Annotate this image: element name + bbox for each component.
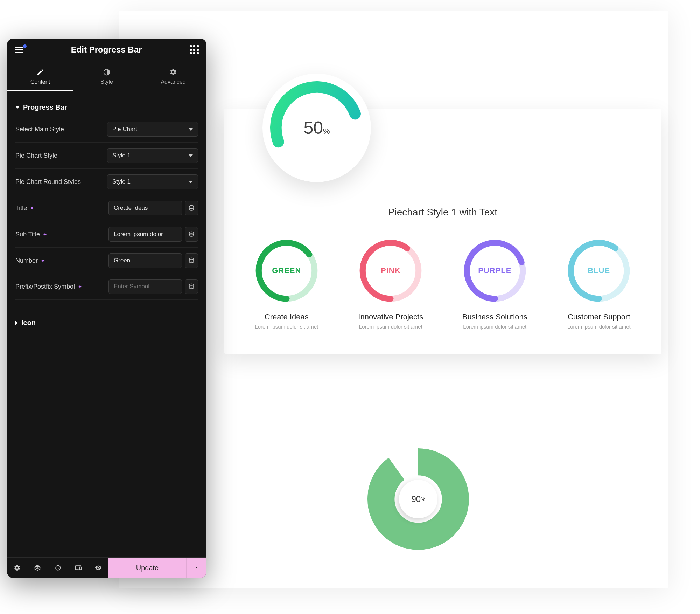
ring-subtitle: Lorem ipsum dolor sit amet <box>551 324 648 330</box>
database-icon <box>188 231 195 237</box>
tab-style-label: Style <box>100 79 113 85</box>
label-pie-style: Pie Chart Style <box>15 152 104 159</box>
section-icon[interactable]: Icon <box>15 314 198 332</box>
donut-chart: 90% <box>368 448 469 550</box>
chevron-right-icon <box>15 321 18 325</box>
label-title: Title✦ <box>15 205 105 212</box>
section-progress-label: Progress Bar <box>23 103 67 111</box>
row-round-styles: Pie Chart Round Styles Style 1 <box>15 169 198 195</box>
panel-body: Progress Bar Select Main Style Pie Chart… <box>7 91 206 557</box>
chevron-down-icon <box>189 154 193 157</box>
chevron-down-icon <box>189 128 193 131</box>
editor-header: Edit Progress Bar <box>7 39 206 61</box>
history-icon <box>54 564 61 571</box>
input-number[interactable] <box>108 253 182 268</box>
donut-value: 90 <box>411 494 421 504</box>
chevron-up-icon <box>194 565 200 571</box>
svg-point-14 <box>189 284 194 286</box>
big-ring-label: 50% <box>303 118 330 138</box>
ring-title: Business Solutions <box>446 312 544 322</box>
select-round-styles-value: Style 1 <box>112 178 131 185</box>
contrast-icon <box>103 68 111 76</box>
svg-point-12 <box>189 232 194 234</box>
update-label: Update <box>136 564 159 572</box>
ring-wrap: PINK <box>357 237 424 304</box>
gear-icon <box>14 564 21 571</box>
label-symbol: Prefix/Postfix Symbol✦ <box>15 283 105 290</box>
sparkle-icon: ✦ <box>43 231 47 238</box>
label-main-style: Select Main Style <box>15 126 104 133</box>
section-icon-label: Icon <box>21 319 36 327</box>
input-symbol[interactable] <box>108 279 182 294</box>
ring-title: Innovative Projects <box>342 312 440 322</box>
gear-icon <box>169 68 177 76</box>
ring-wrap: BLUE <box>566 237 632 304</box>
dynamic-tag-button[interactable] <box>185 279 198 294</box>
ring-title: Customer Support <box>551 312 648 322</box>
preview-heading: Piechart Style 1 with Text <box>238 207 648 218</box>
big-ring-suffix: % <box>323 127 330 136</box>
select-pie-style[interactable]: Style 1 <box>107 148 198 163</box>
ring-center-label: GREEN <box>253 237 320 304</box>
tab-content-label: Content <box>30 79 50 85</box>
update-button[interactable]: Update <box>108 558 186 578</box>
select-main-style[interactable]: Pie Chart <box>107 122 198 137</box>
apps-grid-icon[interactable] <box>190 45 199 54</box>
big-ring-value: 50 <box>303 118 323 138</box>
input-title[interactable] <box>108 201 182 215</box>
ring-item: PURPLE Business Solutions Lorem ipsum do… <box>446 237 544 330</box>
label-round-styles: Pie Chart Round Styles <box>15 178 104 186</box>
eye-icon <box>95 564 102 571</box>
menu-icon[interactable] <box>15 47 23 53</box>
tab-advanced-label: Advanced <box>161 79 186 85</box>
pencil-icon <box>36 68 44 76</box>
ring-wrap: PURPLE <box>462 237 528 304</box>
ring-title: Create Ideas <box>238 312 335 322</box>
ring-item: BLUE Customer Support Lorem ipsum dolor … <box>551 237 648 330</box>
devices-icon <box>75 564 82 571</box>
editor-title: Edit Progress Bar <box>71 45 142 55</box>
update-options-button[interactable] <box>186 558 206 578</box>
editor-panel: Edit Progress Bar Content Style Advanced… <box>7 39 206 578</box>
dynamic-tag-button[interactable] <box>185 227 198 242</box>
ring-center-label: BLUE <box>566 237 632 304</box>
chevron-down-icon <box>15 106 20 109</box>
editor-tabs: Content Style Advanced <box>7 61 206 91</box>
settings-button[interactable] <box>7 558 27 578</box>
ring-item: GREEN Create Ideas Lorem ipsum dolor sit… <box>238 237 335 330</box>
sparkle-icon: ✦ <box>30 205 34 212</box>
chevron-down-icon <box>189 181 193 183</box>
ring-row: GREEN Create Ideas Lorem ipsum dolor sit… <box>238 237 648 330</box>
preview-button[interactable] <box>88 558 108 578</box>
row-subtitle: Sub Title✦ <box>15 221 198 248</box>
svg-point-11 <box>189 206 194 207</box>
sparkle-icon: ✦ <box>41 257 45 264</box>
responsive-button[interactable] <box>68 558 88 578</box>
select-round-styles[interactable]: Style 1 <box>107 174 198 189</box>
svg-point-13 <box>189 258 194 260</box>
row-symbol: Prefix/Postfix Symbol✦ <box>15 274 198 300</box>
label-subtitle: Sub Title✦ <box>15 231 105 238</box>
section-progress-bar[interactable]: Progress Bar <box>15 98 198 116</box>
database-icon <box>188 205 195 211</box>
input-subtitle[interactable] <box>108 227 182 242</box>
database-icon <box>188 283 195 290</box>
tab-style[interactable]: Style <box>74 61 140 91</box>
ring-subtitle: Lorem ipsum dolor sit amet <box>238 324 335 330</box>
row-title: Title✦ <box>15 195 198 221</box>
label-number: Number✦ <box>15 257 105 264</box>
donut-center-label: 90% <box>399 480 438 518</box>
row-number: Number✦ <box>15 248 198 274</box>
dynamic-tag-button[interactable] <box>185 253 198 268</box>
tab-content[interactable]: Content <box>7 61 74 91</box>
ring-center-label: PURPLE <box>462 237 528 304</box>
row-main-style: Select Main Style Pie Chart <box>15 116 198 143</box>
history-button[interactable] <box>48 558 68 578</box>
navigator-button[interactable] <box>27 558 48 578</box>
dynamic-tag-button[interactable] <box>185 201 198 215</box>
big-progress-ring: 50% <box>262 74 371 182</box>
select-pie-style-value: Style 1 <box>112 152 131 159</box>
row-pie-style: Pie Chart Style Style 1 <box>15 143 198 169</box>
sparkle-icon: ✦ <box>78 283 82 290</box>
tab-advanced[interactable]: Advanced <box>140 61 206 91</box>
